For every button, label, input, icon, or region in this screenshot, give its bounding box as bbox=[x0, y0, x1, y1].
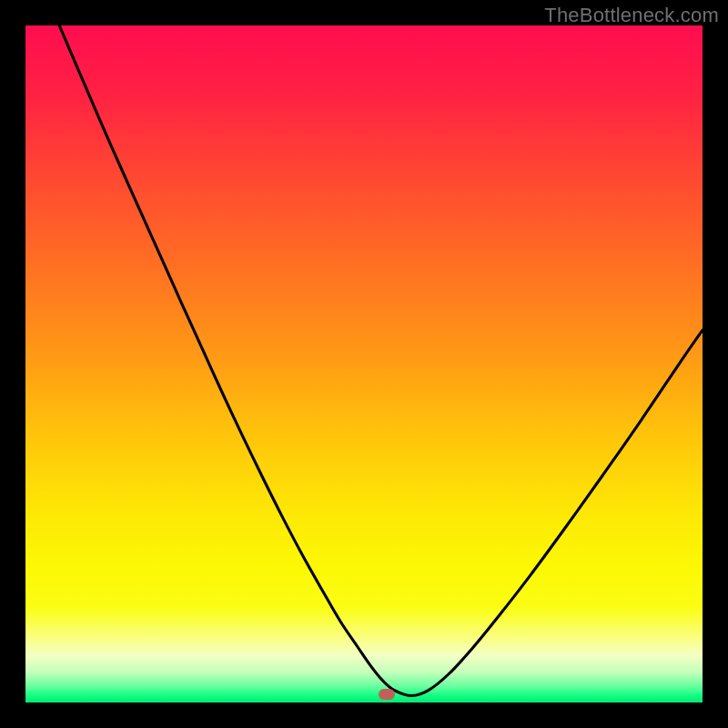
plot-area bbox=[25, 25, 703, 703]
minimum-marker bbox=[379, 689, 395, 700]
chart-frame: TheBottleneck.com bbox=[0, 0, 728, 728]
watermark-text: TheBottleneck.com bbox=[544, 4, 719, 27]
bottleneck-curve bbox=[25, 25, 703, 703]
